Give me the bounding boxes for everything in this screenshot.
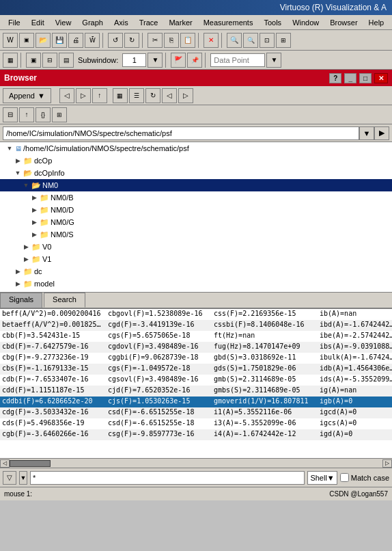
scroll-thumb[interactable] (10, 460, 51, 467)
file-tree[interactable]: ▼ 🖥 /home/IC/simulation/NMOS/spectre/sch… (0, 142, 392, 293)
signal-row[interactable]: betaeff(A/V^2)=0.0018255969cgd(F)=-3.441… (0, 320, 392, 331)
toolbar-btn-open[interactable]: 📂 (36, 33, 51, 48)
expand-nm0[interactable]: ▼ (22, 181, 30, 189)
toolbar2-btn6[interactable]: 📌 (187, 53, 202, 68)
menu-file[interactable]: File (3, 17, 26, 28)
subwindow-dropdown[interactable]: ▼ (148, 53, 163, 68)
tree-item-v1[interactable]: ▶ 📁 V1 (0, 253, 392, 265)
tree-item-nm0[interactable]: ▼ 📂 NM0 (0, 179, 392, 191)
toolbar2-btn3[interactable]: ⊟ (42, 53, 57, 68)
shell-dropdown-container[interactable]: Shell ▼ (307, 471, 337, 485)
signal-row[interactable]: cbg(F)=-9.2773236e-19cggbi(F)=9.0628739e… (0, 353, 392, 364)
toolbar-btn-print[interactable]: 🖨 (68, 33, 83, 48)
signal-row[interactable]: cbd(F)=-7.6427579e-16cgdovl(F)=3.498489e… (0, 342, 392, 353)
menu-browser[interactable]: Browser (324, 17, 363, 28)
path-input[interactable] (3, 126, 359, 140)
subwindow-input[interactable]: 1 (122, 53, 146, 67)
signal-row[interactable]: cgb(F)=-3.6460266e-16csg(F)=-9.8597773e-… (0, 429, 392, 440)
tree-item-dcopinfo[interactable]: ▼ 📂 dcOpInfo (0, 167, 392, 179)
data-point-dropdown[interactable]: ▼ (266, 53, 281, 68)
nav-back[interactable]: ◁ (59, 88, 74, 103)
refresh-btn[interactable]: ↻ (145, 88, 160, 103)
tree-item-nm0s[interactable]: ▶ 📁 NM0/S (0, 228, 392, 241)
signal-row[interactable]: beff(A/V^2)=0.0090200416cbgovl(F)=1.5238… (0, 309, 392, 320)
menu-axis[interactable]: Axis (109, 17, 134, 28)
filter-input[interactable] (30, 471, 305, 485)
toolbar2-btn1[interactable]: ▦ (3, 53, 18, 68)
toolbar2-btn5[interactable]: 🚩 (171, 53, 186, 68)
append-dropdown-icon[interactable]: ▼ (38, 92, 45, 100)
expand-v1[interactable]: ▶ (22, 255, 30, 263)
expand-instance[interactable]: ▶ (14, 292, 22, 293)
expand-nm0d[interactable]: ▶ (30, 206, 38, 214)
horiz-scroll[interactable]: ◁ ▷ (0, 458, 392, 468)
toolbar-btn-zoom-full[interactable]: ⊞ (276, 33, 291, 48)
nav-btn1[interactable]: ⊟ (3, 107, 18, 122)
menu-tools[interactable]: Tools (258, 17, 287, 28)
tree-item-instance[interactable]: ▶ 📁 instance (0, 290, 392, 293)
expand-dc[interactable]: ▶ (14, 267, 22, 276)
menu-view[interactable]: View (50, 17, 77, 28)
browser-help-btn[interactable]: ? (329, 73, 341, 83)
data-point-input[interactable] (210, 53, 265, 67)
signal-grid[interactable]: beff(A/V^2)=0.0090200416cbgovl(F)=1.5238… (0, 309, 392, 458)
menu-window[interactable]: Window (287, 17, 324, 28)
menu-edit[interactable]: Edit (26, 17, 50, 28)
toolbar-btn-cut[interactable]: ✂ (148, 33, 163, 48)
toolbar-btn-copy[interactable]: ⎘ (164, 33, 179, 48)
menu-trace[interactable]: Trace (134, 17, 164, 28)
menu-measurements[interactable]: Measurements (198, 17, 259, 28)
scroll-right[interactable]: ▷ (382, 459, 392, 468)
append-button[interactable]: Append ▼ (3, 88, 51, 103)
toolbar-btn-1[interactable]: W (3, 33, 18, 48)
signal-row[interactable]: cdd(F)=1.1151187e-15cjd(F)=7.6520352e-16… (0, 386, 392, 397)
toolbar-btn-save[interactable]: 💾 (52, 33, 67, 48)
toolbar-btn-paste[interactable]: 📋 (180, 33, 195, 48)
signal-row[interactable]: cdg(F)=-3.5033432e-16csd(F)=-6.6515255e-… (0, 407, 392, 418)
toolbar-btn-redo[interactable]: ↻ (124, 33, 139, 48)
expand-dcopinfo[interactable]: ▼ (14, 169, 22, 177)
tab-search[interactable]: Search (44, 293, 85, 308)
expand-root[interactable]: ▼ (5, 144, 14, 152)
scroll-left[interactable]: ◁ (0, 459, 10, 468)
toolbar-btn-2[interactable]: ▣ (19, 33, 34, 48)
tree-item-model[interactable]: ▶ 📁 model (0, 278, 392, 290)
match-case-checkbox[interactable] (340, 473, 349, 482)
nav-btn3[interactable]: {} (36, 107, 51, 122)
shell-dropdown-icon[interactable]: ▼ (327, 474, 335, 482)
browser-min-btn[interactable]: _ (344, 73, 356, 83)
filter-dropdown[interactable]: ▼ (19, 471, 27, 485)
match-case-label[interactable]: Match case (340, 473, 389, 482)
toolbar-btn-wave[interactable]: W̃ (85, 33, 100, 48)
tree-root[interactable]: ▼ 🖥 /home/IC/simulation/NMOS/spectre/sch… (0, 142, 392, 154)
toolbar2-btn4[interactable]: ▤ (59, 53, 74, 68)
path-go[interactable]: ▶ (374, 126, 389, 140)
tree-item-nm0d[interactable]: ▶ 📁 NM0/D (0, 204, 392, 216)
signal-row[interactable]: cdb(F)=-7.6533407e-16cgsovl(F)=3.498489e… (0, 375, 392, 386)
menu-graph[interactable]: Graph (76, 17, 109, 28)
signal-row[interactable]: cbb(F)=3.542431e-15cgs(F)=5.6575065e-18f… (0, 331, 392, 342)
tree-item-v0[interactable]: ▶ 📁 V0 (0, 241, 392, 253)
toolbar-btn-zoom-fit[interactable]: ⊡ (260, 33, 275, 48)
expand-nm0b[interactable]: ▶ (30, 193, 38, 202)
path-dropdown[interactable]: ▼ (359, 126, 374, 140)
signal-row[interactable]: cds(F)=5.4968356e-19csd(F)=-6.6515255e-1… (0, 418, 392, 429)
list-icon[interactable]: ☰ (129, 88, 144, 103)
forward-btn2[interactable]: ▷ (178, 88, 193, 103)
toolbar-btn-delete[interactable]: ✕ (204, 33, 219, 48)
scroll-track[interactable] (10, 459, 382, 468)
browser-close-btn[interactable]: ✕ (374, 73, 388, 83)
menu-help[interactable]: Help (363, 17, 390, 28)
tab-signals[interactable]: Signals (0, 293, 42, 308)
toolbar2-btn2[interactable]: ▣ (26, 53, 41, 68)
nav-btn4[interactable]: ⊞ (52, 107, 67, 122)
tree-item-nm0g[interactable]: ▶ 📁 NM0/G (0, 216, 392, 228)
expand-v0[interactable]: ▶ (22, 243, 30, 251)
grid-icon[interactable]: ▦ (113, 88, 128, 103)
tree-item-dcop[interactable]: ▶ 📁 dcOp (0, 154, 392, 167)
expand-nm0s[interactable]: ▶ (30, 230, 38, 239)
nav-btn2[interactable]: ↑ (19, 107, 34, 122)
nav-up[interactable]: ↑ (92, 88, 107, 103)
tree-item-dc[interactable]: ▶ 📁 dc (0, 265, 392, 278)
expand-nm0g[interactable]: ▶ (30, 218, 38, 226)
